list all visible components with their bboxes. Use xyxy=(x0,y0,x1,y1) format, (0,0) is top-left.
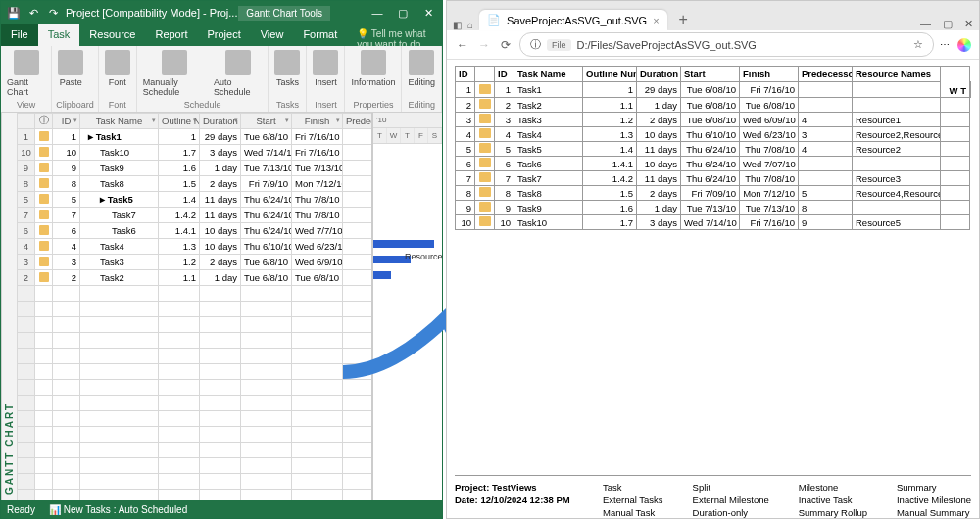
cell-duration[interactable]: 11 days xyxy=(200,192,241,208)
row-number[interactable]: 8 xyxy=(18,176,35,192)
cell-start[interactable]: Tue 7/13/10 xyxy=(241,161,292,176)
row-number[interactable]: 3 xyxy=(18,255,35,270)
cell-pred[interactable] xyxy=(343,223,372,239)
empty-row[interactable] xyxy=(18,427,372,443)
task-row[interactable]: 77Task71.4.211 daysThu 6/24/10Thu 7/8/10 xyxy=(18,208,372,223)
gantt-bar[interactable] xyxy=(373,271,391,279)
cell-name[interactable]: Task8 xyxy=(80,176,159,192)
empty-row[interactable] xyxy=(18,349,372,364)
empty-row[interactable] xyxy=(18,490,372,501)
cell-outline[interactable]: 1.6 xyxy=(159,161,200,176)
cell-duration[interactable]: 2 days xyxy=(200,176,241,192)
cell-start[interactable]: Thu 6/24/10 xyxy=(241,208,292,223)
cell-id[interactable]: 4 xyxy=(53,239,80,255)
cell-pred[interactable] xyxy=(343,192,372,208)
task-row[interactable]: 99Task91.61 dayTue 7/13/10Tue 7/13/10 xyxy=(18,161,372,176)
close-icon[interactable]: ✕ xyxy=(420,7,436,20)
empty-row[interactable] xyxy=(18,364,372,380)
cell-pred[interactable] xyxy=(343,161,372,176)
cell-name[interactable]: Task9 xyxy=(80,161,159,176)
ribbon-button[interactable]: Auto Schedule xyxy=(212,48,264,99)
cell-id[interactable]: 3 xyxy=(53,255,80,270)
empty-row[interactable] xyxy=(18,458,372,474)
empty-row[interactable] xyxy=(18,411,372,427)
profile-icon[interactable]: ◧ xyxy=(453,20,462,30)
row-number[interactable]: 2 xyxy=(18,270,35,286)
cell-outline[interactable]: 1.4.2 xyxy=(159,208,200,223)
cell-start[interactable]: Wed 7/14/10 xyxy=(241,145,292,161)
ribbon-button[interactable]: Insert xyxy=(311,48,340,89)
cell-pred[interactable] xyxy=(343,208,372,223)
ribbon-tab-view[interactable]: View xyxy=(251,24,294,46)
task-row[interactable]: 33Task31.22 daysTue 6/8/10Wed 6/9/10 xyxy=(18,255,372,270)
column-header[interactable]: Outline Number▾ xyxy=(159,114,200,129)
cell-name[interactable]: Task2 xyxy=(80,270,159,286)
menu-icon[interactable]: ⋯ xyxy=(940,39,950,50)
cell-duration[interactable]: 1 day xyxy=(200,161,241,176)
cell-finish[interactable]: Wed 6/23/10 xyxy=(292,239,343,255)
empty-row[interactable] xyxy=(18,333,372,349)
ribbon-button[interactable]: Font xyxy=(103,48,132,89)
row-number[interactable]: 7 xyxy=(18,208,35,223)
browser-tab[interactable]: 📄 SaveProjectAsSVG_out.SVG × xyxy=(479,10,667,30)
cell-outline[interactable]: 1.5 xyxy=(159,176,200,192)
empty-row[interactable] xyxy=(18,380,372,396)
cell-duration[interactable]: 3 days xyxy=(200,145,241,161)
cell-finish[interactable]: Thu 7/8/10 xyxy=(292,208,343,223)
save-icon[interactable]: 💾 xyxy=(7,6,21,20)
cell-name[interactable]: ▸ Task1 xyxy=(80,129,159,145)
column-header[interactable]: Finish▾ xyxy=(292,114,343,129)
refresh-button[interactable]: ⟳ xyxy=(498,38,514,52)
ribbon-tab-format[interactable]: Format xyxy=(293,24,347,46)
copilot-icon[interactable] xyxy=(957,38,971,52)
cell-id[interactable]: 9 xyxy=(53,161,80,176)
cell-pred[interactable] xyxy=(343,176,372,192)
undo-icon[interactable]: ↶ xyxy=(26,6,40,20)
row-number[interactable]: 6 xyxy=(18,223,35,239)
maximize-icon[interactable]: ▢ xyxy=(395,7,411,20)
row-number[interactable]: 4 xyxy=(18,239,35,255)
minimize-icon[interactable]: — xyxy=(920,18,931,30)
cell-start[interactable]: Tue 6/8/10 xyxy=(241,255,292,270)
cell-outline[interactable]: 1.7 xyxy=(159,145,200,161)
ribbon-tab-report[interactable]: Report xyxy=(145,24,197,46)
cell-finish[interactable]: Fri 7/16/10 xyxy=(292,129,343,145)
cell-name[interactable]: Task6 xyxy=(80,223,159,239)
column-header[interactable]: Task Name▾ xyxy=(80,114,159,129)
address-bar[interactable]: ⓘ File D:/Files/SaveProjectAsSVG_out.SVG… xyxy=(519,32,934,57)
cell-id[interactable]: 10 xyxy=(53,145,80,161)
empty-row[interactable] xyxy=(18,474,372,490)
new-tab-button[interactable]: + xyxy=(673,9,694,30)
cell-finish[interactable]: Thu 7/8/10 xyxy=(292,192,343,208)
tell-me-input[interactable]: Tell me what you want to do... xyxy=(347,24,442,46)
cell-name[interactable]: Task4 xyxy=(80,239,159,255)
cell-id[interactable]: 1 xyxy=(53,129,80,145)
cell-pred[interactable] xyxy=(343,145,372,161)
empty-row[interactable] xyxy=(18,286,372,302)
task-row[interactable]: 66Task61.4.110 daysThu 6/24/10Wed 7/7/10 xyxy=(18,223,372,239)
ribbon-tab-project[interactable]: Project xyxy=(197,24,250,46)
task-row[interactable]: 55▸ Task51.411 daysThu 6/24/10Thu 7/8/10 xyxy=(18,192,372,208)
ribbon-button[interactable]: Information xyxy=(349,48,397,89)
cell-duration[interactable]: 11 days xyxy=(200,208,241,223)
task-grid[interactable]: ⓘID▾Task Name▾Outline Number▾Duration▾St… xyxy=(17,113,371,500)
close-icon[interactable]: ✕ xyxy=(964,18,973,30)
task-row[interactable]: 22Task21.11 dayTue 6/8/10Tue 6/8/10 xyxy=(18,270,372,286)
column-header[interactable]: ID▾ xyxy=(53,114,80,129)
cell-pred[interactable] xyxy=(343,255,372,270)
cell-id[interactable]: 7 xyxy=(53,208,80,223)
row-number[interactable]: 9 xyxy=(18,161,35,176)
tab-close-icon[interactable]: × xyxy=(653,15,659,26)
cell-start[interactable]: Thu 6/24/10 xyxy=(241,192,292,208)
cell-outline[interactable]: 1.4.1 xyxy=(159,223,200,239)
forward-button[interactable]: → xyxy=(476,38,492,52)
column-header[interactable]: Duration▾ xyxy=(200,114,241,129)
cell-start[interactable]: Thu 6/24/10 xyxy=(241,223,292,239)
cell-start[interactable]: Tue 6/8/10 xyxy=(241,270,292,286)
ribbon-tab-task[interactable]: Task xyxy=(38,24,80,46)
gantt-timeline[interactable]: '10 TWTFS Resource1 xyxy=(371,113,442,500)
cell-name[interactable]: Task10 xyxy=(80,145,159,161)
ribbon-tab-file[interactable]: File xyxy=(1,24,38,46)
cell-finish[interactable]: Wed 6/9/10 xyxy=(292,255,343,270)
task-row[interactable]: 44Task41.310 daysThu 6/10/10Wed 6/23/10 xyxy=(18,239,372,255)
